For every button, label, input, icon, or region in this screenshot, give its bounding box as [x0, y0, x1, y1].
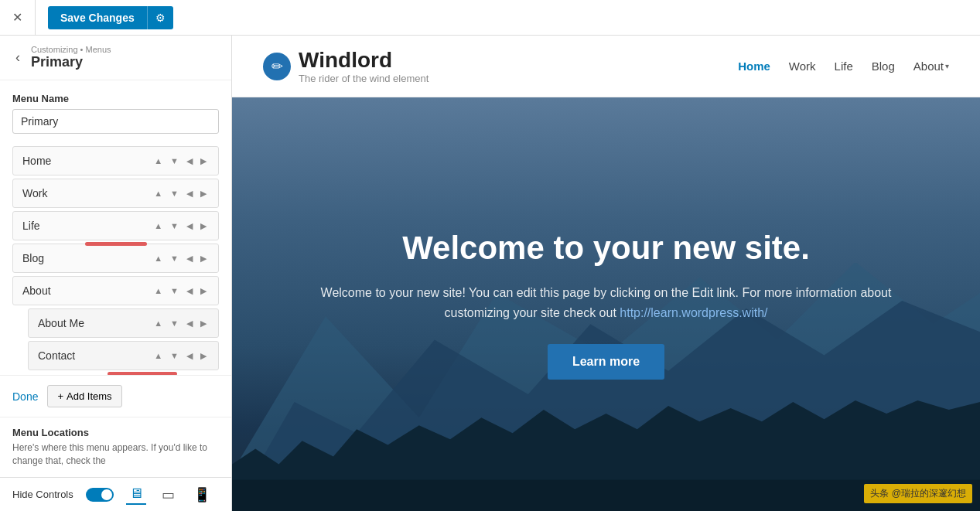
learn-more-button[interactable]: Learn more: [548, 344, 664, 380]
site-logo-area: ✏ Windlord The rider of the wind element: [263, 48, 429, 84]
move-up-button[interactable]: ▲: [152, 350, 165, 362]
menu-item-label: Contact: [38, 349, 75, 362]
move-down-button[interactable]: ▼: [168, 350, 181, 362]
site-title: Windlord: [299, 48, 429, 73]
tablet-icon: ▭: [162, 487, 175, 502]
menu-item-label: Work: [22, 187, 47, 199]
menu-item-controls: ▲ ▼ ◀ ▶: [152, 155, 209, 167]
move-down-button[interactable]: ▼: [168, 188, 181, 199]
menu-item-controls: ▲ ▼ ◀ ▶: [152, 350, 209, 362]
dropdown-arrow-icon: ▾: [945, 62, 949, 70]
move-left-button[interactable]: ◀: [184, 318, 195, 329]
menu-name-input[interactable]: [12, 109, 219, 134]
preview-nav: ✏ Windlord The rider of the wind element…: [232, 36, 980, 97]
hero-content: Welcome to your new site. Welcome to you…: [258, 229, 954, 380]
move-down-button[interactable]: ▼: [168, 220, 181, 232]
move-up-button[interactable]: ▲: [152, 318, 165, 329]
toggle-knob: [101, 489, 112, 500]
move-up-button[interactable]: ▲: [152, 285, 165, 297]
menu-item-contact: Contact ▲ ▼ ◀ ▶: [28, 341, 219, 370]
move-right-button[interactable]: ▶: [198, 188, 209, 199]
hero-text-content: Welcome to your new site! You can edit t…: [321, 286, 892, 319]
move-up-button[interactable]: ▲: [152, 253, 165, 264]
move-left-button[interactable]: ◀: [184, 350, 195, 362]
menu-item-label: Blog: [22, 252, 44, 264]
preview-menu: Home Work Life Blog About ▾: [738, 60, 949, 73]
site-logo-icon: ✏: [263, 53, 291, 80]
desktop-view-button[interactable]: 🖥: [126, 484, 146, 505]
drag-indicator-2: [108, 372, 177, 375]
nav-item-about[interactable]: About ▾: [913, 60, 949, 73]
nav-item-home[interactable]: Home: [738, 60, 770, 73]
menu-locations: Menu Locations Here's where this menu ap…: [0, 417, 231, 477]
settings-button[interactable]: ⚙: [147, 6, 173, 29]
menu-item-controls: ▲ ▼ ◀ ▶: [152, 318, 209, 329]
bottom-toolbar: Hide Controls 🖥 ▭ 📱: [0, 477, 231, 511]
move-right-button[interactable]: ▶: [198, 318, 209, 329]
menu-locations-title: Menu Locations: [12, 427, 219, 438]
menu-locations-desc: Here's where this menu appears. If you'd…: [12, 441, 219, 468]
menu-item-controls: ▲ ▼ ◀ ▶: [152, 188, 209, 199]
hero-link[interactable]: http://learn.wordpress.with/: [620, 306, 767, 319]
menu-item-label: Life: [22, 220, 40, 232]
menu-item-work: Work ▲ ▼ ◀ ▶: [12, 179, 219, 208]
tablet-view-button[interactable]: ▭: [159, 485, 178, 505]
move-right-button[interactable]: ▶: [198, 285, 209, 297]
nav-item-life[interactable]: Life: [835, 60, 853, 73]
sidebar-content: Menu Name Home ▲ ▼ ◀ ▶ Work ▲: [0, 80, 231, 375]
add-items-button[interactable]: + Add Items: [47, 385, 121, 407]
logo-pencil-icon: ✏: [271, 58, 283, 75]
nav-item-work[interactable]: Work: [789, 60, 816, 73]
move-right-button[interactable]: ▶: [198, 350, 209, 362]
move-left-button[interactable]: ◀: [184, 253, 195, 264]
move-up-button[interactable]: ▲: [152, 155, 165, 167]
menu-item-about-me: About Me ▲ ▼ ◀ ▶: [28, 308, 219, 338]
hero-section: Welcome to your new site. Welcome to you…: [232, 97, 980, 511]
sidebar: ‹ Customizing • Menus Primary Menu Name …: [0, 36, 232, 511]
nav-item-blog[interactable]: Blog: [872, 60, 895, 73]
menu-item-about: About ▲ ▼ ◀ ▶: [12, 276, 219, 305]
hide-controls-toggle[interactable]: [86, 488, 114, 502]
hero-title: Welcome to your new site.: [289, 229, 924, 267]
breadcrumb: Customizing • Menus: [31, 45, 111, 54]
menu-item-controls: ▲ ▼ ◀ ▶: [152, 220, 209, 232]
menu-item-controls: ▲ ▼ ◀ ▶: [152, 285, 209, 297]
close-button[interactable]: ✕: [0, 0, 36, 36]
mobile-view-button[interactable]: 📱: [190, 485, 213, 505]
move-left-button[interactable]: ◀: [184, 188, 195, 199]
settings-icon: ⚙: [155, 12, 166, 24]
menu-item-label: About: [22, 284, 51, 297]
move-right-button[interactable]: ▶: [198, 155, 209, 167]
move-right-button[interactable]: ▶: [198, 253, 209, 264]
move-up-button[interactable]: ▲: [152, 220, 165, 232]
save-group: Save Changes ⚙: [42, 6, 173, 29]
move-down-button[interactable]: ▼: [168, 155, 181, 167]
move-down-button[interactable]: ▼: [168, 285, 181, 297]
menu-name-label: Menu Name: [12, 93, 219, 104]
save-changes-button[interactable]: Save Changes: [48, 6, 147, 29]
back-button[interactable]: ‹: [12, 49, 23, 66]
menu-item-home: Home ▲ ▼ ◀ ▶: [12, 146, 219, 175]
move-left-button[interactable]: ◀: [184, 220, 195, 232]
move-left-button[interactable]: ◀: [184, 155, 195, 167]
menu-actions: Done + Add Items: [0, 375, 231, 417]
breadcrumb-section: Customizing • Menus Primary: [31, 45, 111, 70]
done-link[interactable]: Done: [12, 390, 38, 403]
mobile-icon: 📱: [193, 487, 210, 502]
back-icon: ‹: [15, 49, 20, 65]
move-down-button[interactable]: ▼: [168, 318, 181, 329]
menu-item-life: Life ▲ ▼ ◀ ▶: [12, 211, 219, 240]
site-tagline: The rider of the wind element: [299, 73, 429, 84]
main-layout: ‹ Customizing • Menus Primary Menu Name …: [0, 36, 980, 511]
menu-item-controls: ▲ ▼ ◀ ▶: [152, 253, 209, 264]
move-up-button[interactable]: ▲: [152, 188, 165, 199]
close-icon: ✕: [12, 10, 22, 25]
menu-item-blog: Blog ▲ ▼ ◀ ▶: [12, 244, 219, 273]
move-left-button[interactable]: ◀: [184, 285, 195, 297]
move-down-button[interactable]: ▼: [168, 253, 181, 264]
menu-item-label: Home: [22, 155, 51, 167]
watermark: 头条 @瑞拉的深邃幻想: [864, 484, 972, 503]
move-right-button[interactable]: ▶: [198, 220, 209, 232]
desktop-icon: 🖥: [129, 485, 143, 501]
sidebar-title: Primary: [31, 54, 111, 70]
